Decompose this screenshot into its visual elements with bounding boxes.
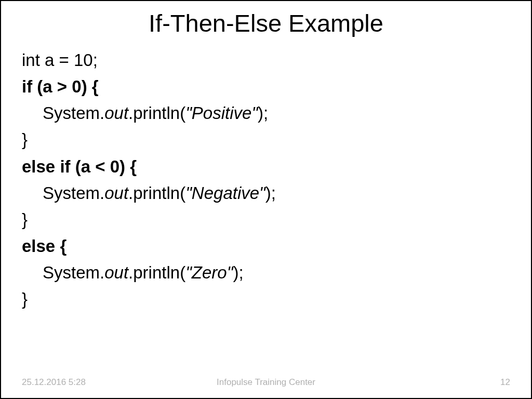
code-line-8: else { <box>22 233 510 259</box>
footer-page: 12 <box>500 377 510 388</box>
code-line-2: if (a > 0) { <box>22 73 510 100</box>
code-text: ); <box>233 263 243 282</box>
code-text: "Positive" <box>185 103 258 123</box>
code-line-5: else if (a < 0) { <box>22 153 510 180</box>
code-line-1: int a = 10; <box>22 47 510 73</box>
code-example: int a = 10; if (a > 0) { System.out.prin… <box>22 47 510 377</box>
code-line-10: } <box>22 286 510 312</box>
code-line-3: System.out.println("Positive"); <box>22 100 510 126</box>
code-text: .println( <box>128 103 185 123</box>
code-text: System. <box>43 183 104 203</box>
code-line-7: } <box>22 206 510 233</box>
footer-center: Infopulse Training Center <box>217 377 315 388</box>
slide-title: If-Then-Else Example <box>22 9 510 37</box>
code-text: .println( <box>128 183 185 203</box>
code-text: "Zero" <box>185 263 233 282</box>
code-text: .println( <box>128 263 185 282</box>
code-text: ); <box>258 103 268 123</box>
code-text: ); <box>265 183 276 203</box>
code-text: "Negative" <box>185 183 265 203</box>
code-text: out <box>104 103 128 123</box>
code-line-6: System.out.println("Negative"); <box>22 180 510 206</box>
code-text: out <box>104 183 128 203</box>
slide-footer: 25.12.2016 5:28 Infopulse Training Cente… <box>1 377 531 388</box>
code-text: System. <box>43 103 104 123</box>
code-line-4: } <box>22 126 510 153</box>
slide-container: If-Then-Else Example int a = 10; if (a >… <box>1 1 531 398</box>
code-text: out <box>104 263 128 282</box>
footer-date: 25.12.2016 5:28 <box>22 377 86 388</box>
code-line-9: System.out.println("Zero"); <box>22 259 510 286</box>
code-text: System. <box>43 263 104 282</box>
